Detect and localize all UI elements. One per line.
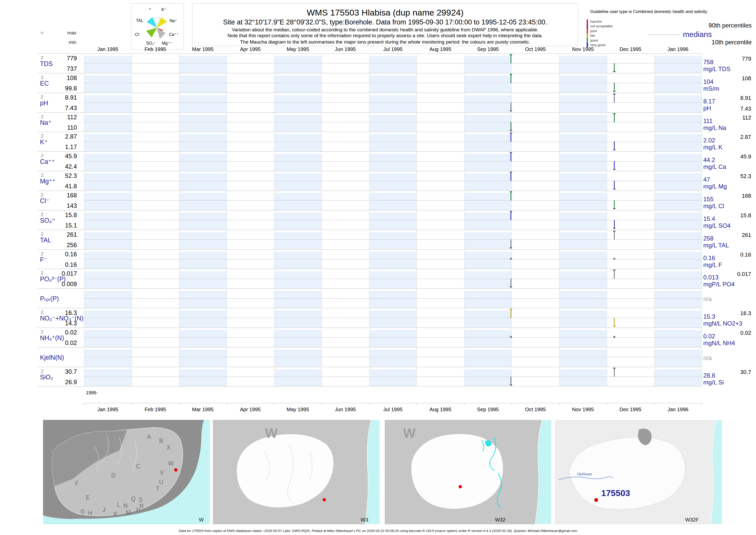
p90-value: 0.02 — [726, 330, 751, 336]
region-letter: R — [140, 503, 144, 510]
unit-label: mg/L TAL — [703, 242, 729, 249]
shade-cell — [654, 212, 702, 230]
sample-line — [511, 239, 511, 248]
region-letter: M — [126, 509, 131, 516]
shade-cell — [274, 330, 322, 347]
sample-cap — [510, 211, 512, 212]
sample-line — [614, 318, 615, 326]
month-label-bottom: Feb 1995 — [132, 407, 179, 412]
month-label-bottom: Apr 1995 — [227, 407, 274, 412]
shade-cell — [654, 193, 702, 210]
sample-dot — [613, 258, 615, 260]
p90-value: 779 — [726, 56, 751, 62]
region-letter: A — [147, 434, 151, 440]
month-label-top: Sep 1995 — [464, 46, 512, 52]
shade-cell — [369, 193, 417, 210]
sample-cap — [510, 152, 512, 153]
station-dot — [174, 468, 177, 471]
shade-cell — [464, 56, 512, 73]
sample-line — [614, 200, 615, 209]
shade-cell — [464, 134, 512, 151]
sample-line — [614, 220, 615, 229]
unit-label: pH — [703, 105, 711, 112]
median-grid-line — [84, 220, 702, 220]
shade-cell — [369, 75, 417, 93]
shade-cell — [369, 134, 417, 151]
shade-cell — [179, 115, 227, 132]
param-n: 2 — [41, 133, 43, 139]
shade-cell — [84, 193, 132, 210]
shade-cell — [274, 252, 322, 269]
region-letter: S — [139, 496, 142, 503]
unit-label: mg/L Si — [703, 379, 724, 386]
param-n: 2 — [41, 114, 43, 120]
median-value: 0.02 — [703, 333, 715, 340]
sample-mark — [509, 269, 512, 288]
shade-cell — [369, 291, 417, 308]
sample-cap — [613, 231, 615, 232]
shade-cell — [84, 330, 132, 347]
p90-value: 45.9 — [726, 154, 751, 160]
drainage-letter: W — [265, 425, 278, 441]
sample-cap — [510, 132, 512, 133]
sample-line — [614, 94, 615, 103]
shade-cell — [559, 369, 607, 386]
sample-line — [511, 55, 511, 64]
sample-mark — [613, 73, 616, 93]
median-grid-line — [84, 239, 702, 240]
shade-cell — [84, 173, 132, 190]
sample-mark — [613, 308, 616, 328]
region-letter: B — [159, 437, 163, 444]
row-boundary-line — [38, 190, 702, 191]
row-boundary-line — [38, 151, 702, 152]
shade-cell — [464, 173, 512, 190]
shade-cell — [369, 56, 417, 73]
month-label-top: Jan 1996 — [654, 46, 702, 52]
sample-mark — [509, 132, 512, 151]
sample-cap — [510, 110, 512, 111]
sample-line — [614, 231, 615, 240]
map-drainage-w-graphic — [213, 420, 380, 524]
shade-cell — [84, 369, 132, 386]
map-corner-label: W32 — [495, 517, 505, 523]
shade-cell — [84, 95, 132, 112]
shade-cell — [274, 75, 322, 93]
shade-cell — [654, 330, 702, 347]
p90-value: 0.017 — [726, 271, 751, 277]
param-n: 2 — [41, 251, 43, 257]
row-boundary-line — [38, 53, 702, 54]
shade-cell — [464, 232, 512, 249]
param-label: SO₄⁼ — [40, 217, 55, 224]
p90-value: 0.16 — [726, 251, 751, 258]
shade-cell — [274, 212, 322, 230]
map-drainage-w32: W W32 — [385, 420, 552, 524]
shade-cell — [274, 369, 322, 386]
param-min: 1.17 — [46, 143, 77, 151]
shade-cell — [559, 193, 607, 210]
median-value: 44.2 — [703, 156, 715, 163]
shade-cell — [274, 173, 322, 190]
sample-cap — [510, 74, 512, 75]
p90-value: 108 — [726, 75, 751, 82]
month-label-bottom: Jun 1995 — [322, 407, 369, 412]
unit-label: mg/L TDS — [703, 66, 731, 72]
sample-cap — [510, 54, 512, 55]
region-letter: V — [160, 469, 163, 476]
x-axis-tick — [132, 403, 132, 405]
shade-cell — [369, 271, 417, 288]
sample-line — [511, 133, 511, 142]
p90-value: 8.91 — [726, 95, 751, 101]
sample-line — [511, 74, 511, 83]
median-value: 0.16 — [703, 255, 715, 262]
param-n: 2 — [41, 55, 43, 61]
median-value: 0.013 — [703, 274, 718, 281]
row-boundary-line — [38, 132, 702, 132]
sample-line — [511, 278, 511, 287]
x-axis-tick — [702, 403, 702, 405]
shade-cell — [654, 95, 702, 112]
sample-mark — [613, 367, 616, 386]
shade-cell — [274, 350, 322, 367]
month-label-bottom: Dec 1995 — [607, 407, 654, 412]
shade-cell — [464, 154, 512, 171]
shade-cell — [179, 173, 227, 190]
